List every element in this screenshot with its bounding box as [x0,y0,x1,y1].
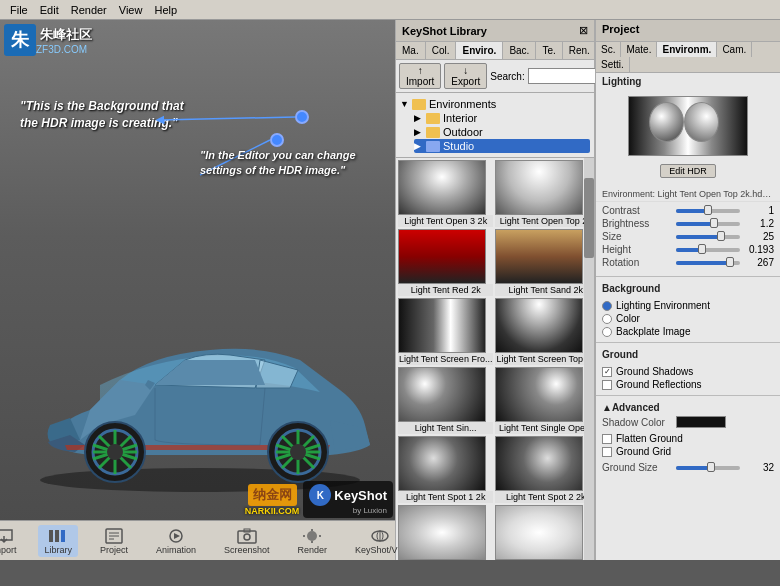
adv-check-1[interactable] [602,447,612,457]
svg-rect-25 [61,530,65,542]
lib-tab-col[interactable]: Col. [426,42,457,59]
toolbar-library[interactable]: Library [38,525,78,557]
prop-label-1: Brightness [602,218,672,229]
thumbnail-item-1[interactable]: Light Tent Open Top 2k [495,160,594,227]
ground-check-row-0[interactable]: Ground Shadows [596,366,780,377]
thumbnail-label-9: Light Tent Spot 2 2k [495,491,594,503]
lib-tab-bac[interactable]: Bac. [503,42,536,59]
thumbnail-item-8[interactable]: Light Tent Spot 1 2k [398,436,493,503]
library-title: KeyShot Library [402,25,487,37]
prop-slider-thumb-2 [717,231,725,241]
logo-area: 朱 朱峰社区 ZF3D.COM [4,24,92,56]
library-close-btn[interactable]: ⊠ [579,24,588,37]
advanced-checkboxes: Flatten Ground Ground Grid [596,433,780,459]
bg-radio-row-0[interactable]: Lighting Environment [596,300,780,311]
bg-radio-1[interactable] [602,314,612,324]
lighting-label: Lighting [602,76,774,87]
env-browse-btn[interactable]: 📁 [770,189,780,199]
menu-view[interactable]: View [113,2,149,18]
tree-label-interior: Interior [443,112,477,124]
bg-radio-label-2: Backplate Image [616,326,691,337]
thumbnail-item-3[interactable]: Light Tent Sand 2k [495,229,594,296]
prop-row-brightness: Brightness 1.2 [602,218,774,229]
thumbnail-label-0: Light Tent Open 3 2k [398,215,493,227]
hdr-preview-image [628,96,748,156]
toolbar-animation[interactable]: Animation [150,525,202,557]
tree-interior[interactable]: ▶ Interior [414,111,590,125]
svg-marker-31 [174,533,180,539]
toolbar-screenshot[interactable]: Screenshot [218,525,276,557]
thumbnail-item-5[interactable]: Light Tent Screen Top 2k [495,298,594,365]
prop-slider-3[interactable] [676,248,740,252]
adv-check-0[interactable] [602,434,612,444]
adv-check-row-0[interactable]: Flatten Ground [596,433,780,444]
menu-file[interactable]: File [4,2,34,18]
ground-size-slider[interactable] [676,466,740,470]
prop-slider-2[interactable] [676,235,740,239]
ground-check-row-1[interactable]: Ground Reflections [596,379,780,390]
scrollbar-thumb [584,178,594,258]
annotation-dot-1 [295,110,309,124]
toolbar-render[interactable]: Render [292,525,334,557]
proj-tab-setti[interactable]: Setti. [596,57,630,72]
tree-outdoor[interactable]: ▶ Outdoor [414,125,590,139]
menu-edit[interactable]: Edit [34,2,65,18]
tree-environments[interactable]: ▼ Environments [400,97,590,111]
screenshot-icon [236,527,258,545]
export-button[interactable]: ↓ Export [444,63,487,89]
import-button[interactable]: ↑ Import [399,63,441,89]
thumbnail-label-8: Light Tent Spot 1 2k [398,491,493,503]
bg-radio-row-1[interactable]: Color [596,313,780,324]
logo-name: 朱峰社区 [40,26,92,44]
prop-label-0: Contrast [602,205,672,216]
lib-tab-enviro[interactable]: Enviro. [456,42,503,59]
ground-check-1[interactable] [602,380,612,390]
ground-checkboxes: Ground Shadows Ground Reflections [596,366,780,392]
thumbnail-label-5: Light Tent Screen Top 2k [495,353,594,365]
project-icon [103,527,125,545]
shadow-color-swatch[interactable] [676,416,726,428]
proj-tab-mate[interactable]: Mate. [621,42,657,57]
bg-radio-row-2[interactable]: Backplate Image [596,326,780,337]
tree-arrow-environments: ▼ [400,99,412,109]
menu-render[interactable]: Render [65,2,113,18]
tree-studio[interactable]: ▶ Studio [414,139,590,153]
adv-check-row-1[interactable]: Ground Grid [596,446,780,457]
bg-radio-0[interactable] [602,301,612,311]
thumbnail-item-0[interactable]: Light Tent Open 3 2k [398,160,493,227]
toolbar-import[interactable]: Import [0,525,22,557]
library-toolbar: ↑ Import ↓ Export Search: [396,60,594,93]
prop-slider-thumb-3 [698,244,706,254]
edit-hdr-button[interactable]: Edit HDR [660,164,716,178]
ground-section: Ground [596,346,780,366]
prop-slider-0[interactable] [676,209,740,213]
bg-radio-2[interactable] [602,327,612,337]
lib-tab-te[interactable]: Te. [536,42,562,59]
thumbnail-item-6[interactable]: Light Tent Sin... [398,367,493,434]
thumbnail-item-10[interactable]: Light Tent Whi... [398,505,493,560]
thumbnail-item-9[interactable]: Light Tent Spot 2 2k [495,436,594,503]
menu-help[interactable]: Help [148,2,183,18]
proj-tab-environm[interactable]: Environm. [657,42,717,57]
ground-check-0[interactable] [602,367,612,377]
tree-folder-interior [426,113,440,124]
proj-tab-sc[interactable]: Sc. [596,42,621,57]
adv-check-label-1: Ground Grid [616,446,671,457]
thumbnail-item-2[interactable]: Light Tent Red 2k [398,229,493,296]
prop-slider-1[interactable] [676,222,740,226]
prop-label-3: Height [602,244,672,255]
thumbnail-item-11[interactable]: Light Tent Whi... [495,505,594,560]
lib-tab-ren[interactable]: Ren. [563,42,597,59]
advanced-label[interactable]: ▲Advanced [602,402,774,413]
bg-radio-label-1: Color [616,313,640,324]
svg-point-35 [307,531,317,541]
prop-slider-4[interactable] [676,261,740,265]
scrollbar-vertical[interactable] [584,158,594,560]
toolbar-project[interactable]: Project [94,525,134,557]
thumbnail-item-7[interactable]: Light Tent Single Ope... [495,367,594,434]
thumbnail-item-4[interactable]: Light Tent Screen Fro... [398,298,493,365]
ground-size-value: 32 [744,462,774,473]
lib-tab-ma[interactable]: Ma. [396,42,426,59]
ground-size-label: Ground Size [602,462,672,473]
proj-tab-cam[interactable]: Cam. [717,42,752,57]
